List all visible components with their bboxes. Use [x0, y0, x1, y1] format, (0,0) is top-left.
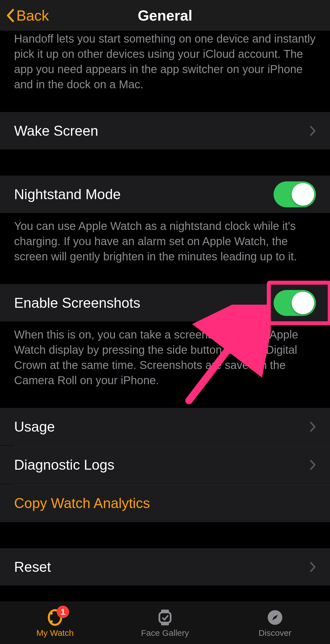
diagnostic-logs-label: Diagnostic Logs — [14, 457, 115, 473]
wake-screen-row[interactable]: Wake Screen — [0, 112, 330, 150]
page-title: General — [0, 7, 330, 24]
chevron-right-icon — [310, 421, 316, 432]
tab-face-gallery-label: Face Gallery — [141, 628, 189, 638]
toggle-knob — [292, 292, 314, 314]
back-button[interactable]: Back — [0, 7, 49, 24]
tab-my-watch[interactable]: 1 My Watch — [0, 602, 110, 644]
content-scroll[interactable]: Handoff lets you start something on one … — [0, 31, 330, 602]
tab-discover[interactable]: Discover — [220, 602, 330, 644]
watch-icon: 1 — [46, 608, 64, 627]
svg-point-3 — [50, 620, 53, 623]
svg-rect-6 — [161, 623, 169, 625]
nav-header: Back General — [0, 0, 330, 31]
handoff-footer-text: Handoff lets you start something on one … — [0, 31, 330, 100]
chevron-right-icon — [310, 126, 316, 136]
copy-analytics-label: Copy Watch Analytics — [14, 495, 150, 511]
enable-screenshots-label: Enable Screenshots — [14, 295, 140, 311]
usage-label: Usage — [14, 419, 55, 435]
chevron-right-icon — [310, 562, 316, 572]
compass-icon — [266, 608, 284, 627]
tab-bar: 1 My Watch Face Gallery Discover — [0, 602, 330, 644]
screenshots-footer-text: When this is on, you can take a screensh… — [0, 322, 330, 396]
reset-row[interactable]: Reset — [0, 548, 330, 586]
watch-face-icon — [156, 608, 174, 627]
wake-screen-label: Wake Screen — [14, 123, 98, 139]
svg-rect-5 — [159, 612, 171, 623]
enable-screenshots-row: Enable Screenshots — [0, 284, 330, 322]
svg-point-2 — [50, 612, 53, 615]
tab-discover-label: Discover — [259, 628, 292, 638]
copy-analytics-row[interactable]: Copy Watch Analytics — [0, 484, 330, 522]
nightstand-row: Nightstand Mode — [0, 175, 330, 213]
nightstand-toggle[interactable] — [274, 181, 316, 207]
back-label: Back — [16, 7, 49, 24]
reset-label: Reset — [14, 559, 51, 575]
tab-face-gallery[interactable]: Face Gallery — [110, 602, 220, 644]
toggle-knob — [292, 183, 314, 206]
nightstand-footer-text: You can use Apple Watch as a nightstand … — [0, 213, 330, 272]
nightstand-label: Nightstand Mode — [14, 186, 121, 203]
tab-my-watch-label: My Watch — [36, 628, 74, 638]
enable-screenshots-toggle[interactable] — [274, 290, 316, 316]
chevron-right-icon — [310, 460, 316, 470]
chevron-left-icon — [6, 9, 14, 22]
usage-row[interactable]: Usage — [0, 408, 330, 446]
diagnostic-logs-row[interactable]: Diagnostic Logs — [0, 446, 330, 484]
tab-badge: 1 — [57, 606, 69, 618]
